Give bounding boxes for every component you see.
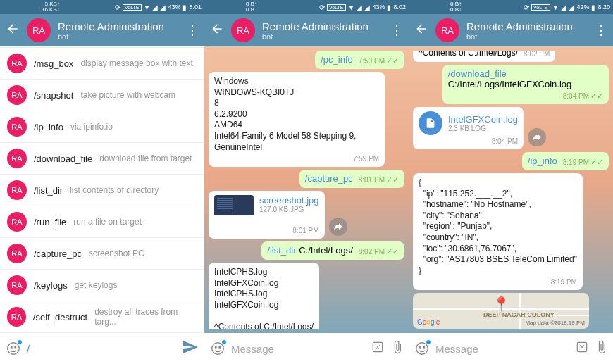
msg-in[interactable]: { "ip": "115.252.___.__2", "hostname": "… bbox=[413, 173, 583, 290]
suggestion-desc: list contents of directory bbox=[70, 185, 159, 195]
menu-button[interactable]: ⋮ bbox=[186, 23, 199, 38]
chat-title-block[interactable]: Remote Administration bot bbox=[58, 20, 179, 41]
svg-point-1 bbox=[11, 346, 12, 348]
suggestion-row[interactable]: RA/ip_info via ipinfo.io bbox=[0, 111, 204, 143]
suggestion-row[interactable]: RA/capture_pc screenshot PC bbox=[0, 238, 204, 270]
command-suggestions: RA/pc_info PC informationRA/msg_box disp… bbox=[0, 46, 204, 333]
suggestion-cmd: /list_dir bbox=[34, 185, 63, 196]
avatar: RA bbox=[7, 307, 26, 327]
chat-area[interactable]: /pc_info7:59 PM✓✓ Windows WINDOWS-KQBI0T… bbox=[204, 46, 409, 333]
suggestion-row[interactable]: RA/self_destruct destroy all traces from… bbox=[0, 301, 204, 333]
file-icon bbox=[419, 111, 442, 135]
back-button[interactable] bbox=[210, 22, 224, 39]
forward-button[interactable] bbox=[329, 218, 347, 236]
avatar: RA bbox=[7, 149, 27, 168]
chat-title-block[interactable]: Remote Administration bot bbox=[262, 20, 383, 41]
suggestion-cmd: /download_file bbox=[34, 153, 92, 164]
suggestion-row[interactable]: RA/keylogs get keylogs bbox=[0, 270, 204, 301]
status-bar: 0 B↑0 B↓ ⟳VoLTE▼◢◢ 43%▮8:02 bbox=[204, 0, 409, 14]
avatar: RA bbox=[7, 275, 27, 295]
suggestion-desc: take picture with webcam bbox=[80, 90, 175, 100]
suggestion-cmd: /self_destruct bbox=[33, 312, 87, 322]
attach-icon[interactable] bbox=[595, 340, 609, 357]
wifi-icon: ▼ bbox=[144, 4, 151, 11]
suggestion-row[interactable]: RA/msg_box display message box with text bbox=[0, 48, 204, 80]
suggestion-cmd: /run_file bbox=[34, 217, 66, 227]
msg-out[interactable]: /ip_info8:19 PM✓✓ bbox=[522, 152, 609, 170]
chat-title: Remote Administration bbox=[58, 20, 179, 32]
attach-icon[interactable] bbox=[390, 340, 404, 357]
suggestion-row[interactable]: RA/run_file run a file on target bbox=[0, 206, 204, 238]
suggestion-desc: display message box with text bbox=[80, 58, 192, 68]
suggestion-desc: download file from target bbox=[99, 153, 192, 163]
suggestion-desc: get keylogs bbox=[75, 280, 118, 290]
chat-area: RA/pc_info PC informationRA/msg_box disp… bbox=[0, 46, 204, 333]
avatar: RA bbox=[7, 54, 27, 73]
msg-out[interactable]: /pc_info7:59 PM✓✓ bbox=[315, 51, 404, 69]
message-input[interactable] bbox=[435, 343, 569, 355]
screenshot-thumb bbox=[214, 195, 254, 225]
status-bar: 3 KB↑16 KB↓ ⟳ VoLTE ▼ ◢ ◢ 43% ▮ 8:01 bbox=[0, 0, 204, 14]
msg-in[interactable]: IntelCPHS.log IntelGFXCoin.log IntelCPHS… bbox=[209, 263, 319, 329]
input-bar bbox=[409, 333, 613, 364]
volte-icon: VoLTE bbox=[123, 4, 142, 11]
avatar[interactable]: RA bbox=[27, 18, 51, 42]
screen-3: 0 B↑0 B↓ ⟳VoLTE▼◢◢ 42%▮8:20 RA Remote Ad… bbox=[409, 0, 613, 364]
avatar: RA bbox=[7, 212, 27, 232]
suggestion-cmd: /capture_pc bbox=[34, 249, 82, 259]
chat-area[interactable]: ^Contents of C:/Intel/Logs/8:02 PM /down… bbox=[409, 46, 613, 333]
msg-out[interactable]: /list_dir C:/Intel/Logs/8:02 PM✓✓ bbox=[261, 241, 404, 260]
suggestion-desc: destroy all traces from targ... bbox=[94, 307, 197, 327]
suggestion-desc: run a file on target bbox=[73, 217, 142, 227]
msg-out[interactable]: /download_file C:/Intel/Logs/IntelGFXCoi… bbox=[442, 65, 609, 104]
msg-in[interactable]: Windows WINDOWS-KQBI0TJ 8 6.2.9200 AMD64… bbox=[209, 72, 385, 167]
commands-icon[interactable] bbox=[575, 340, 589, 357]
svg-point-8 bbox=[419, 346, 421, 348]
suggestion-desc: via ipinfo.io bbox=[70, 122, 113, 132]
forward-button[interactable] bbox=[528, 128, 546, 146]
chat-title-block[interactable]: Remote Administration bot bbox=[466, 20, 588, 41]
sticker-icon[interactable] bbox=[414, 341, 430, 356]
svg-point-4 bbox=[215, 346, 216, 348]
back-button[interactable] bbox=[414, 22, 428, 39]
map-preview[interactable]: 📍 DEEP NAGAR COLONY Google Map data ©201… bbox=[413, 293, 589, 329]
menu-button[interactable]: ⋮ bbox=[390, 23, 403, 38]
screen-2: 0 B↑0 B↓ ⟳VoLTE▼◢◢ 43%▮8:02 RA Remote Ad… bbox=[204, 0, 409, 364]
battery-icon: ▮ bbox=[182, 4, 187, 11]
suggestion-cmd: /snapshot bbox=[34, 90, 73, 101]
signal-icon: ◢ bbox=[152, 4, 158, 11]
sticker-icon[interactable] bbox=[210, 341, 225, 356]
suggestion-row[interactable]: RA/download_file download file from targ… bbox=[0, 143, 204, 175]
chat-header: RA Remote Administration bot ⋮ bbox=[409, 14, 613, 46]
msg-in-file[interactable]: IntelGFXCoin.log 2.3 KB LOG 8:04 PM bbox=[413, 107, 524, 149]
back-button[interactable] bbox=[6, 22, 20, 39]
msg-out[interactable]: /capture_pc8:01 PM✓✓ bbox=[299, 170, 404, 188]
screen-1: 3 KB↑16 KB↓ ⟳ VoLTE ▼ ◢ ◢ 43% ▮ 8:01 RA … bbox=[0, 0, 204, 364]
suggestion-row[interactable]: RA/snapshot take picture with webcam bbox=[0, 80, 204, 111]
sync-icon: ⟳ bbox=[115, 4, 120, 11]
svg-point-2 bbox=[15, 346, 16, 348]
suggestion-cmd: /msg_box bbox=[34, 58, 73, 69]
avatar[interactable]: RA bbox=[231, 18, 255, 42]
avatar: RA bbox=[7, 85, 27, 105]
message-input[interactable] bbox=[27, 343, 176, 355]
map-pin-icon: 📍 bbox=[493, 296, 510, 313]
chat-subtitle: bot bbox=[58, 32, 179, 41]
message-input[interactable] bbox=[231, 343, 365, 355]
battery-pct: 43% bbox=[168, 4, 180, 11]
suggestion-cmd: /ip_info bbox=[34, 122, 63, 132]
svg-point-5 bbox=[219, 346, 221, 348]
suggestion-row[interactable]: RA/list_dir list contents of directory bbox=[0, 175, 204, 206]
avatar[interactable]: RA bbox=[435, 18, 459, 42]
msg-in-file[interactable]: screenshot.jpg 127.0 KB JPG 8:01 PM bbox=[209, 191, 325, 239]
chat-header: RA Remote Administration bot ⋮ bbox=[0, 14, 204, 46]
send-button[interactable] bbox=[182, 339, 199, 358]
msg-in[interactable]: ^Contents of C:/Intel/Logs/8:02 PM bbox=[413, 51, 555, 62]
suggestion-desc: screenshot PC bbox=[89, 249, 144, 258]
sticker-icon[interactable] bbox=[6, 341, 21, 356]
svg-point-9 bbox=[423, 346, 425, 348]
commands-icon[interactable] bbox=[371, 340, 385, 357]
suggestion-cmd: /keylogs bbox=[34, 280, 68, 291]
clock: 8:01 bbox=[189, 4, 202, 11]
menu-button[interactable]: ⋮ bbox=[595, 23, 607, 38]
